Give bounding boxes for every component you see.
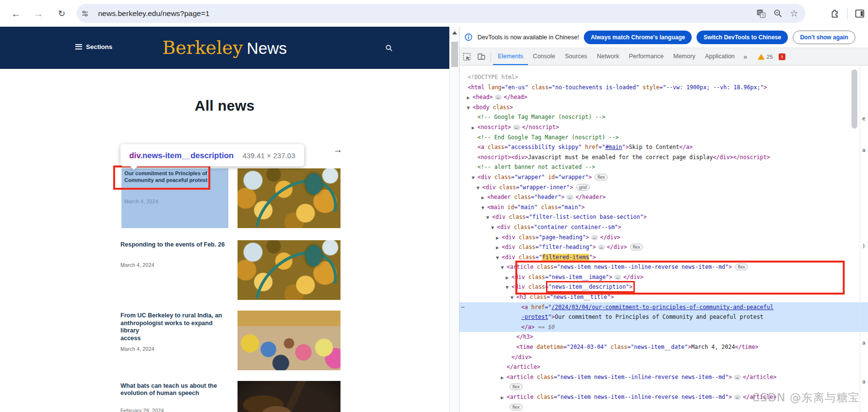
- tab-sources[interactable]: Sources: [560, 48, 592, 65]
- tab-console[interactable]: Console: [528, 48, 560, 65]
- forward-icon[interactable]: →: [31, 6, 46, 21]
- dom-node[interactable]: <!-- End Google Tag Manager (noscript) -…: [460, 132, 868, 143]
- expand-arrow-closed[interactable]: ▶: [496, 243, 502, 253]
- reload-icon[interactable]: ↻: [54, 6, 69, 21]
- match-language-button[interactable]: Always match Chrome's language: [584, 31, 692, 44]
- collapsed-ellipsis[interactable]: …: [598, 245, 605, 250]
- collapsed-ellipsis[interactable]: …: [734, 375, 741, 380]
- expand-arrow-open[interactable]: ▼: [491, 223, 497, 233]
- news-item-title[interactable]: Our commitment to Principles ofCommunity…: [124, 170, 212, 183]
- dom-node[interactable]: </article>: [460, 362, 868, 372]
- dom-node[interactable]: ▼<div class="wrapper" id="wrapper">flex: [460, 172, 868, 182]
- layout-badge-flex[interactable]: flex: [735, 264, 748, 270]
- page-scrollbar[interactable]: [449, 27, 459, 412]
- warnings-counter[interactable]: 25: [758, 54, 773, 60]
- dom-node[interactable]: ▶<article class="news-item news-item--in…: [460, 392, 868, 402]
- news-item-title[interactable]: Responding to the events of Feb. 26: [120, 241, 230, 248]
- dom-node[interactable]: </div>: [460, 352, 868, 363]
- expand-arrow-closed[interactable]: ▶: [501, 373, 507, 383]
- switch-to-chinese-button[interactable]: Switch DevTools to Chinese: [697, 31, 788, 44]
- side-panel-icon[interactable]: [852, 7, 867, 20]
- dom-node[interactable]: <noscript><div>Javascript must be enable…: [460, 152, 868, 163]
- zoom-out-icon[interactable]: [769, 9, 786, 18]
- news-item-title[interactable]: From UC Berkeley to rural India, ananthr…: [120, 312, 230, 342]
- layout-badge-grid[interactable]: grid: [576, 184, 590, 191]
- collapsed-ellipsis[interactable]: …: [566, 195, 573, 200]
- collapsed-ellipsis[interactable]: …: [734, 395, 741, 400]
- expand-arrow-open[interactable]: ▼: [501, 263, 507, 273]
- collapsed-ellipsis[interactable]: …: [513, 125, 520, 130]
- layout-badge-flex[interactable]: flex: [595, 174, 608, 181]
- expand-arrow-closed[interactable]: ▶: [481, 193, 487, 203]
- news-item-image[interactable]: [238, 240, 340, 300]
- dom-node[interactable]: ▶<div class="filter-heading">…</div>flex: [460, 242, 868, 252]
- expand-arrow-closed[interactable]: ▶: [496, 233, 502, 244]
- dom-node[interactable]: <!-- alert banner not activated -->: [460, 162, 868, 172]
- expand-arrow-open[interactable]: ▼: [467, 103, 473, 114]
- dom-node[interactable]: ▶<div class="news-item__image">…</div>: [460, 272, 868, 282]
- dont-show-again-button[interactable]: Don't show again: [793, 31, 855, 44]
- tab-performance[interactable]: Performance: [624, 48, 669, 65]
- dom-node[interactable]: flex: [460, 382, 868, 392]
- expand-arrow-open[interactable]: ▼: [511, 293, 516, 303]
- site-settings-icon[interactable]: [77, 9, 93, 18]
- dom-node[interactable]: ▼<article class="news-item news-item--in…: [460, 262, 868, 272]
- extensions-icon[interactable]: [828, 7, 842, 20]
- expand-arrow-closed[interactable]: ▶: [467, 93, 473, 103]
- expand-arrow-open[interactable]: ▼: [477, 183, 482, 194]
- inspect-element-icon[interactable]: [460, 50, 474, 64]
- news-item-title[interactable]: What bats can teach us about theevolutio…: [120, 382, 230, 397]
- tab-elements[interactable]: Elements: [493, 48, 528, 65]
- tab-application[interactable]: Application: [700, 48, 739, 65]
- dom-node[interactable]: ▶<article class="news-item news-item--in…: [460, 372, 868, 382]
- expand-arrow-open[interactable]: ▼: [472, 173, 477, 183]
- dom-node[interactable]: ▼<div class="filtered-items">: [460, 252, 868, 263]
- dom-node[interactable]: ▼<h3 class="news-item__title">: [460, 292, 868, 302]
- dom-node[interactable]: <!-- Google Tag Manager (noscript) -->: [460, 112, 868, 122]
- collapsed-ellipsis[interactable]: …: [614, 275, 621, 280]
- layout-badge-flex[interactable]: flex: [510, 383, 523, 390]
- news-item-image[interactable]: [238, 168, 340, 228]
- dom-node[interactable]: <time datetime="2024-03-04" class="news-…: [460, 342, 868, 352]
- layout-badge-flex[interactable]: flex: [630, 244, 643, 250]
- dom-node[interactable]: flex: [460, 402, 868, 412]
- url-text[interactable]: news.berkeley.edu/news?page=1: [98, 9, 753, 18]
- dom-node-selected[interactable]: …<a href="/2024/03/04/our-commitment-to-…: [460, 302, 868, 313]
- dom-node[interactable]: ▼<body class>: [460, 102, 868, 113]
- bookmark-star-icon[interactable]: ☆: [786, 8, 802, 19]
- news-item-image[interactable]: [238, 381, 340, 412]
- dom-node[interactable]: ▶<header class="header">…</header>: [460, 192, 868, 202]
- device-toolbar-icon[interactable]: [474, 50, 489, 64]
- expand-arrow-open[interactable]: ▼: [506, 283, 511, 293]
- dom-node[interactable]: ▶<noscript>…</noscript>: [460, 122, 868, 132]
- devtools-scrollbar-thumb[interactable]: [851, 69, 857, 129]
- dom-node-selected[interactable]: -protest">Our commitment to Principles o…: [460, 312, 868, 322]
- collapsed-ellipsis[interactable]: …: [591, 235, 598, 240]
- address-bar[interactable]: news.berkeley.edu/news?page=1 G ☆: [77, 4, 805, 23]
- expand-arrow-closed[interactable]: ▶: [472, 123, 477, 133]
- expand-arrow-open[interactable]: ▼: [481, 203, 487, 214]
- scrollbar-up-arrow[interactable]: [452, 31, 457, 34]
- styles-pane-divider[interactable]: [860, 66, 860, 412]
- dom-node[interactable]: <!DOCTYPE html>: [460, 72, 868, 82]
- dom-node-selected[interactable]: </a> == $0: [460, 322, 868, 332]
- tab-network[interactable]: Network: [592, 48, 624, 65]
- dom-node[interactable]: ▼<main id="main" class="main">: [460, 202, 868, 213]
- dom-node[interactable]: ▼<div class="container container--sm">: [460, 222, 868, 232]
- dom-node[interactable]: ▶<head>…</head>: [460, 92, 868, 102]
- scrollbar-thumb[interactable]: [451, 42, 458, 67]
- layout-badge-flex[interactable]: flex: [510, 404, 523, 411]
- dom-node[interactable]: <html lang="en-us" class="no-touchevents…: [460, 82, 868, 93]
- dom-node[interactable]: ▶<div class="page-heading">…</div>: [460, 232, 868, 243]
- error-icon[interactable]: !: [779, 53, 785, 60]
- node-menu-icon[interactable]: …: [461, 301, 465, 311]
- dom-node[interactable]: ▼<div class="wrapper-inner">grid: [460, 182, 868, 193]
- expand-arrow-open[interactable]: ▼: [496, 253, 502, 264]
- expand-arrow-open[interactable]: ▼: [486, 213, 492, 223]
- back-icon[interactable]: ←: [9, 6, 23, 21]
- expand-arrow-closed[interactable]: ▶: [506, 273, 511, 283]
- dom-node[interactable]: ▼<div class="news-item__description">: [460, 282, 868, 292]
- translate-icon[interactable]: G: [753, 9, 769, 18]
- dom-node[interactable]: <a class="accessibility skippy" href="#m…: [460, 142, 868, 152]
- dom-node[interactable]: ▼<div class="filter-list-section base-se…: [460, 212, 868, 222]
